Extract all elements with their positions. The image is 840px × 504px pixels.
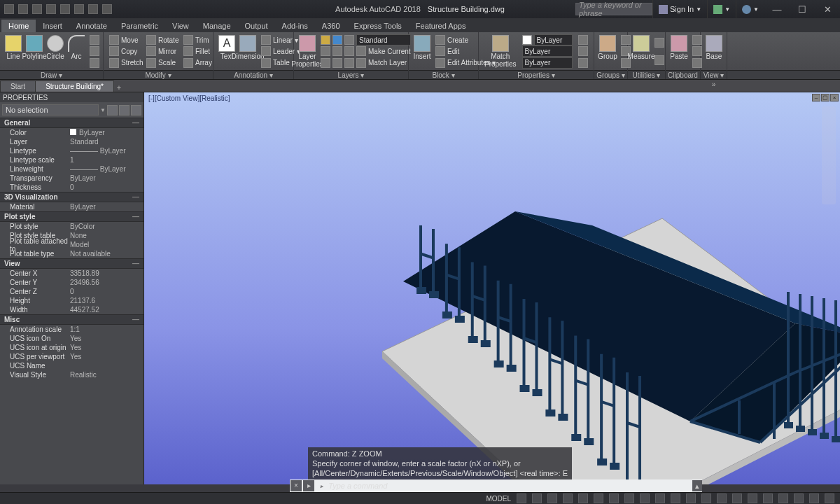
prop-value[interactable]: ———— ByLayer [70,147,144,155]
prop-row[interactable]: Height21137.6 [0,296,144,305]
prop-category-misc[interactable]: Misc [0,314,144,325]
ribbon-tab-insert[interactable]: Insert [36,20,69,32]
prop-row[interactable]: UCS icon OnYes [0,334,144,343]
paste-button[interactable]: Paste [668,34,690,69]
qat-plot-icon[interactable] [74,4,84,14]
quickprops-icon[interactable] [748,493,757,503]
prop-value[interactable]: Not available [70,250,144,258]
qat-open-icon[interactable] [32,4,42,14]
prop-row[interactable]: Linetype———— ByLayer [0,146,144,155]
snap-icon[interactable] [532,493,542,503]
prop-value[interactable]: None [70,232,144,239]
prop-row[interactable]: Center Z0 [0,287,144,296]
draw-ext3[interactable] [88,57,101,69]
mirror-button[interactable]: Mirror [146,46,181,56]
close-button[interactable]: ✕ [815,0,840,18]
prop-category-general[interactable]: General [0,118,144,128]
prop-value[interactable]: 0 [70,183,144,191]
layer-properties-button[interactable]: Layer Properties [297,34,318,69]
prop-row[interactable]: TransparencyByLayer [0,174,144,183]
ribbon-tab-output[interactable]: Output [238,20,275,32]
qat-save-icon[interactable] [46,4,56,14]
command-input[interactable]: ▸ Type a command [315,482,692,491]
annomonitor-icon[interactable] [717,493,727,503]
prop-row[interactable]: Center X33518.89 [0,269,144,278]
prop-row[interactable]: MaterialByLayer [0,202,144,211]
draw-panel-label[interactable]: Draw ▾ [0,71,104,79]
polyline-button[interactable]: Polyline [24,34,45,69]
ribbon-tab-parametric[interactable]: Parametric [114,20,165,32]
view-panel-label[interactable]: View ▾ » [701,71,727,79]
prop-value[interactable]: 0 [70,288,144,295]
draw-ext2[interactable] [88,46,101,57]
groups-panel-label[interactable]: Groups ▾ [594,71,628,79]
layer-row2[interactable]: Make Current [319,46,412,57]
isolate-icon[interactable] [778,493,788,503]
scale-button[interactable]: Scale [146,58,181,68]
polar-icon[interactable] [563,493,573,503]
grid-icon[interactable] [517,493,526,503]
drawing-viewport[interactable]: [-][Custom View][Realistic] –▢× [144,92,840,484]
util-ext1[interactable] [654,38,664,48]
circle-button[interactable]: Circle [45,34,66,69]
ribbon-tab-featured-apps[interactable]: Featured Apps [409,20,473,32]
annotation-panel-label[interactable]: Annotation ▾ [214,71,294,79]
move-button[interactable]: Move [109,35,144,45]
utilities-panel-label[interactable]: Utilities ▾ [628,71,666,79]
prop-row[interactable]: Center Y23496.56 [0,278,144,287]
prop-row[interactable]: LayerStandard [0,137,144,146]
modify-panel-label[interactable]: Modify ▾ [104,71,214,79]
prop-row[interactable]: Plot table typeNot available [0,249,144,258]
measure-button[interactable]: Measure [631,34,652,69]
prop-value[interactable]: Yes [70,353,144,360]
prop-value[interactable]: ByLayer [70,129,144,136]
layers-panel-label[interactable]: Layers ▾ [294,71,409,79]
isodraft-icon[interactable] [578,493,588,503]
ribbon-tab-home[interactable]: Home [1,20,36,32]
prop-row[interactable]: Annotation scale1:1 [0,325,144,334]
ribbon-tab-manage[interactable]: Manage [196,20,238,32]
prop-category-3d-visualization[interactable]: 3D Visualization [0,192,144,202]
maximize-button[interactable]: ☐ [790,0,815,18]
group-button[interactable]: Group [597,34,618,69]
prop-value[interactable]: 21137.6 [70,297,144,304]
base-button[interactable]: Base [704,34,724,69]
help-button[interactable]: ▼ [736,0,764,18]
lineweight-display-icon[interactable] [640,493,650,503]
hardware-icon[interactable] [794,493,804,503]
prop-row[interactable]: Plot styleByColor [0,222,144,231]
ribbon-tab-view[interactable]: View [165,20,196,32]
customize-icon[interactable] [825,493,834,503]
dimension-button[interactable]: Dimension [237,34,258,69]
qat-redo-icon[interactable] [102,4,112,14]
qat-saveas-icon[interactable] [60,4,70,14]
line-button[interactable]: Line [3,34,24,69]
status-model[interactable]: MODEL [483,495,514,503]
transparency-display-icon[interactable] [655,493,665,503]
app-icon[interactable] [4,4,14,14]
prop-value[interactable]: 44527.52 [70,306,144,314]
prop-value[interactable]: ———— ByLayer [70,165,144,173]
prop-row[interactable]: UCS per viewportYes [0,352,144,361]
arc-button[interactable]: Arc [66,34,87,69]
prop-ext1[interactable] [577,34,589,46]
3dosnap-icon[interactable] [609,493,619,503]
stretch-button[interactable]: Stretch [109,58,144,68]
exchange-button[interactable]: ▼ [707,0,736,18]
file-tab-1[interactable]: Structure Building* [35,80,114,92]
prop-ext3[interactable] [577,57,589,69]
prop-value[interactable]: ByLayer [70,174,144,182]
prop-row[interactable]: UCS Name [0,361,144,370]
file-tab-0[interactable]: Start [0,80,36,92]
match-properties-button[interactable]: Match Properties [482,34,519,69]
text-button[interactable]: AText [216,34,237,69]
block-panel-label[interactable]: Block ▾ [409,71,479,79]
prop-value[interactable]: 1:1 [70,326,144,333]
quick-select-icon[interactable] [107,105,118,115]
rotate-button[interactable]: Rotate [146,35,181,45]
prop-value[interactable]: 23496.56 [70,279,144,286]
annoscale-icon[interactable] [686,493,696,503]
prop-value[interactable]: 33518.89 [70,270,144,277]
select-objects-icon[interactable] [119,105,130,115]
prop-row[interactable]: Plot table attached toModel [0,240,144,249]
